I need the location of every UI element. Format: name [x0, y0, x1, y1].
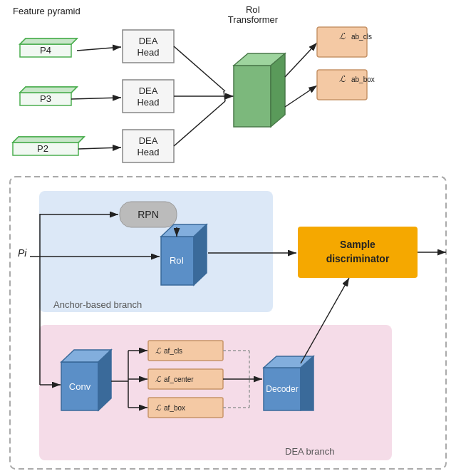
loss-box-ab-box [317, 70, 367, 100]
svg-text:P3: P3 [40, 93, 51, 104]
svg-rect-64 [148, 341, 223, 361]
svg-marker-6 [20, 87, 77, 93]
svg-marker-2 [20, 38, 77, 44]
outer-dashed-box [10, 177, 446, 469]
svg-marker-10 [13, 137, 84, 143]
svg-text:Head: Head [137, 47, 159, 58]
rpn-box: RPN [120, 202, 177, 227]
svg-rect-11 [13, 143, 78, 155]
svg-marker-33 [234, 53, 285, 66]
svg-text:ab_cls: ab_cls [351, 33, 372, 41]
fp-layer-p2: P2 [13, 137, 84, 155]
dea-loss-af-center: ℒ af_center [148, 369, 223, 389]
svg-marker-8 [20, 87, 77, 93]
svg-text:af_box: af_box [164, 404, 185, 412]
svg-line-24 [71, 98, 121, 99]
svg-text:DEA: DEA [139, 36, 158, 46]
diagram-container: Feature pyramid P4 [0, 0, 456, 476]
dea-loss-af-box: ℒ af_box [148, 398, 223, 418]
svg-text:DEA: DEA [139, 135, 158, 146]
roi-3d-bottom: RoI [161, 224, 207, 285]
svg-rect-7 [20, 93, 71, 105]
svg-line-26 [174, 46, 225, 91]
svg-text:af_center: af_center [164, 376, 194, 383]
loss-box-ab-cls [317, 27, 367, 57]
svg-text:Head: Head [137, 97, 159, 108]
feature-pyramid-label: Feature pyramid [13, 6, 81, 16]
svg-text:discriminator: discriminator [326, 253, 390, 264]
svg-rect-17 [123, 80, 174, 113]
svg-rect-67 [148, 369, 223, 389]
svg-text:RPN: RPN [138, 209, 159, 220]
sample-discriminator-box: Sample discriminator [298, 227, 418, 278]
svg-text:Head: Head [137, 147, 159, 157]
dea-head-1: DEA Head [123, 30, 174, 63]
svg-text:RoI: RoI [170, 255, 184, 266]
svg-marker-62 [98, 350, 111, 410]
svg-rect-73 [264, 368, 301, 410]
svg-line-28 [174, 101, 225, 146]
svg-line-23 [77, 47, 121, 51]
svg-text:ℒ: ℒ [155, 375, 162, 383]
svg-marker-4 [20, 38, 77, 44]
svg-marker-74 [264, 356, 314, 368]
svg-rect-14 [123, 30, 174, 63]
roi-transformer-3d [234, 53, 285, 127]
svg-rect-38 [317, 70, 367, 100]
svg-marker-61 [61, 350, 111, 362]
dea-loss-af-cls: ℒ af_cls [148, 341, 223, 361]
svg-marker-12 [13, 137, 84, 143]
svg-text:P2: P2 [37, 143, 48, 154]
pi-label: Pi [18, 247, 27, 259]
svg-marker-75 [301, 356, 314, 410]
svg-text:Transformer: Transformer [228, 14, 279, 25]
svg-text:Conv: Conv [69, 381, 91, 392]
svg-rect-70 [148, 398, 223, 418]
svg-text:ab_box: ab_box [351, 76, 375, 83]
svg-text:P4: P4 [40, 45, 51, 56]
svg-text:ℒ: ℒ [155, 346, 162, 355]
svg-rect-20 [123, 130, 174, 162]
anchor-branch-label: Anchor-based branch [53, 299, 142, 310]
svg-text:Decoder: Decoder [266, 384, 298, 394]
svg-line-25 [78, 148, 121, 149]
svg-marker-34 [271, 53, 285, 127]
svg-rect-32 [234, 66, 271, 127]
conv-3d: Conv [61, 350, 111, 410]
svg-rect-49 [298, 227, 418, 278]
dea-branch-box [39, 325, 392, 460]
dea-head-3: DEA Head [123, 130, 174, 162]
svg-rect-43 [120, 202, 177, 227]
svg-text:ℒ: ℒ [155, 403, 162, 412]
svg-text:DEA: DEA [139, 86, 158, 96]
svg-text:ℒ: ℒ [339, 31, 346, 41]
svg-line-35 [285, 43, 317, 77]
svg-rect-60 [61, 362, 98, 410]
svg-line-36 [285, 86, 317, 107]
fp-layer-p4: P4 [20, 38, 77, 57]
roi-transformer-label: RoI [246, 4, 260, 15]
svg-rect-3 [20, 44, 71, 57]
dea-head-2: DEA Head [123, 80, 174, 113]
anchor-branch-box [39, 191, 273, 312]
svg-line-29 [224, 91, 225, 101]
svg-text:af_cls: af_cls [164, 347, 182, 355]
svg-rect-45 [161, 237, 194, 285]
svg-marker-47 [194, 224, 207, 285]
svg-rect-37 [317, 27, 367, 57]
decoder-3d: Decoder [264, 356, 314, 410]
svg-text:ℒ: ℒ [339, 74, 346, 84]
dea-branch-label: DEA branch [285, 446, 334, 457]
fp-layer-p3: P3 [20, 87, 77, 105]
svg-line-87 [301, 278, 349, 363]
svg-text:Sample: Sample [340, 239, 375, 250]
svg-marker-46 [161, 224, 207, 237]
